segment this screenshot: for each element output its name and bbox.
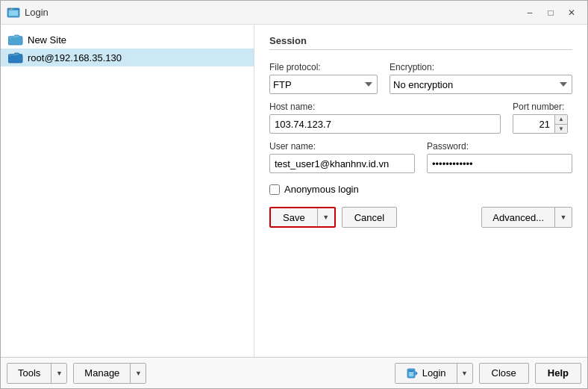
tools-dropdown-button[interactable]: ▼ — [51, 364, 66, 383]
session-panel: Session File protocol: FTP SFTP SCP FTPS… — [254, 25, 587, 357]
svg-rect-1 — [9, 10, 18, 16]
svg-point-4 — [10, 8, 12, 10]
app-icon — [7, 6, 20, 19]
root-site-label: root@192.168.35.130 — [28, 52, 122, 63]
save-main-button[interactable]: Save — [271, 208, 318, 226]
tools-button-split: Tools ▼ — [7, 363, 67, 384]
port-decrement-button[interactable]: ▼ — [555, 124, 567, 134]
port-spinners: ▲ ▼ — [554, 114, 568, 134]
manage-main-button[interactable]: Manage — [74, 364, 131, 383]
login-icon — [406, 367, 418, 379]
password-input[interactable] — [427, 154, 572, 173]
maximize-button[interactable]: □ — [541, 4, 560, 21]
new-site-label: New Site — [28, 34, 66, 46]
login-button-split: Login ▼ — [395, 363, 473, 384]
manage-button-split: Manage ▼ — [73, 363, 146, 384]
svg-point-3 — [9, 8, 10, 10]
user-name-label: User name: — [269, 141, 415, 152]
encryption-label: Encryption: — [390, 62, 572, 72]
login-label: Login — [422, 367, 446, 379]
file-protocol-select[interactable]: FTP SFTP SCP FTPS WebDAV — [269, 75, 378, 94]
port-input-wrap: 21 ▲ ▼ — [513, 114, 572, 134]
host-name-input[interactable]: 103.74.123.7 — [269, 114, 501, 134]
svg-rect-10 — [409, 370, 413, 372]
encryption-group: Encryption: No encryption Use explicit F… — [390, 62, 572, 94]
anonymous-login-row: Anonymous login — [269, 184, 572, 195]
host-name-label: Host name: — [269, 102, 501, 112]
port-number-input[interactable]: 21 — [513, 114, 554, 134]
close-window-button[interactable]: ✕ — [562, 4, 581, 21]
port-number-group: Port number: 21 ▲ ▼ — [513, 102, 572, 134]
server-icon — [8, 52, 23, 63]
protocol-encryption-row: File protocol: FTP SFTP SCP FTPS WebDAV … — [269, 62, 572, 94]
save-button-split: Save ▼ — [269, 207, 336, 228]
site-item-new[interactable]: New Site — [1, 31, 254, 49]
port-increment-button[interactable]: ▲ — [555, 115, 567, 124]
advanced-dropdown-button[interactable]: ▼ — [555, 208, 572, 227]
user-password-row: User name: test_user1@khanhnv.id.vn Pass… — [269, 141, 572, 173]
bottom-toolbar: Tools ▼ Manage ▼ Login ▼ Close Help — [1, 357, 587, 388]
host-name-group: Host name: 103.74.123.7 — [269, 102, 501, 134]
port-number-label: Port number: — [513, 102, 572, 112]
host-port-row: Host name: 103.74.123.7 Port number: 21 … — [269, 102, 572, 134]
file-protocol-group: File protocol: FTP SFTP SCP FTPS WebDAV — [269, 62, 378, 94]
advanced-main-button[interactable]: Advanced... — [482, 208, 555, 227]
close-button[interactable]: Close — [479, 363, 529, 384]
window-title: Login — [25, 7, 520, 18]
site-item-root[interactable]: root@192.168.35.130 — [1, 49, 254, 66]
minimize-button[interactable]: – — [520, 4, 539, 21]
encryption-select[interactable]: No encryption Use explicit FTP over TLS … — [390, 75, 572, 94]
title-bar: Login – □ ✕ — [1, 1, 587, 25]
password-label: Password: — [427, 141, 572, 152]
cancel-button[interactable]: Cancel — [342, 207, 397, 228]
anonymous-login-label: Anonymous login — [284, 184, 359, 195]
password-group: Password: — [427, 141, 572, 173]
action-buttons-row: Save ▼ Cancel Advanced... ▼ — [269, 207, 572, 228]
window-controls: – □ ✕ — [520, 4, 581, 21]
login-window: Login – □ ✕ New Site — [0, 0, 588, 389]
tools-main-button[interactable]: Tools — [7, 364, 51, 383]
user-name-group: User name: test_user1@khanhnv.id.vn — [269, 141, 415, 173]
manage-dropdown-button[interactable]: ▼ — [131, 364, 146, 383]
new-site-icon — [8, 34, 23, 46]
svg-point-5 — [13, 8, 14, 10]
user-name-input[interactable]: test_user1@khanhnv.id.vn — [269, 154, 415, 173]
login-main-button[interactable]: Login — [395, 364, 457, 383]
session-group-label: Session — [269, 35, 572, 50]
anonymous-login-checkbox[interactable] — [269, 184, 280, 195]
save-dropdown-button[interactable]: ▼ — [318, 208, 334, 226]
site-tree-panel: New Site root@192.168.35.130 — [1, 25, 254, 357]
help-button[interactable]: Help — [535, 363, 581, 384]
login-dropdown-button[interactable]: ▼ — [457, 364, 472, 383]
advanced-button-split: Advanced... ▼ — [481, 207, 572, 228]
main-content: New Site root@192.168.35.130 Session Fil… — [1, 25, 587, 357]
file-protocol-label: File protocol: — [269, 62, 378, 72]
